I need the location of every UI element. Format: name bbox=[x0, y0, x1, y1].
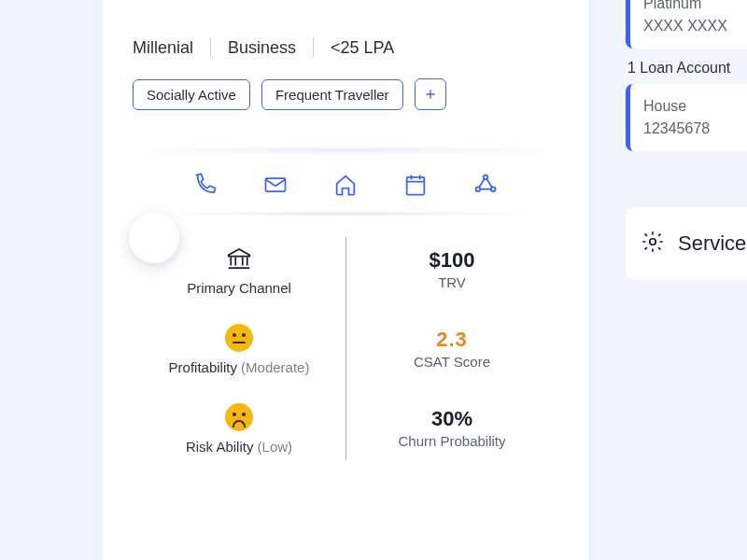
income-label: <25 LPA bbox=[331, 38, 394, 58]
trv-value: $100 bbox=[430, 248, 475, 273]
tags-row: Socially Active Frequent Traveller bbox=[133, 78, 558, 110]
primary-channel-label: Primary Channel bbox=[187, 280, 291, 296]
risk-label: Risk Ability (Low) bbox=[186, 439, 292, 455]
home-icon[interactable] bbox=[332, 172, 359, 198]
divider-shadow bbox=[133, 146, 558, 155]
neutral-face-icon bbox=[225, 322, 253, 354]
bank-icon bbox=[225, 243, 253, 274]
account-number: 12345678 bbox=[643, 118, 747, 140]
tag-socially-active[interactable]: Socially Active bbox=[133, 79, 250, 110]
churn-label: Churn Probability bbox=[398, 433, 505, 449]
customer-profile-card: Millenial Business <25 LPA Socially Acti… bbox=[103, 0, 588, 560]
gear-icon bbox=[641, 230, 665, 258]
services-panel[interactable]: Services bbox=[626, 207, 747, 280]
csat-value: 2.3 bbox=[436, 328, 468, 352]
account-type: House bbox=[643, 95, 747, 118]
loan-section-label: 1 Loan Account bbox=[627, 60, 747, 77]
svg-point-5 bbox=[650, 239, 656, 245]
trv-label: TRV bbox=[438, 274, 466, 290]
occupation-label: Business bbox=[228, 38, 296, 58]
sad-face-icon bbox=[225, 401, 253, 433]
svg-rect-0 bbox=[265, 178, 285, 191]
profitability-cell: Profitability (Moderate) bbox=[133, 309, 345, 388]
divider bbox=[313, 37, 314, 58]
phone-icon[interactable] bbox=[192, 172, 218, 198]
right-column: Platinum XXXX XXXX 1 Loan Account House … bbox=[626, 0, 747, 280]
profitability-label: Profitability (Moderate) bbox=[169, 359, 310, 375]
csat-cell: 2.3 CSAT Score bbox=[345, 309, 558, 388]
metrics-grid: Primary Channel $100 TRV Profitability (… bbox=[133, 230, 558, 468]
churn-cell: 30% Churn Probability bbox=[345, 388, 558, 468]
share-icon[interactable] bbox=[472, 172, 499, 198]
svg-rect-1 bbox=[407, 177, 425, 195]
contact-channel-icons bbox=[133, 172, 558, 198]
demographics-row: Millenial Business <25 LPA bbox=[133, 37, 558, 58]
csat-label: CSAT Score bbox=[414, 354, 490, 370]
tag-frequent-traveller[interactable]: Frequent Traveller bbox=[261, 79, 403, 110]
services-title: Services bbox=[678, 231, 747, 256]
add-tag-button[interactable] bbox=[415, 78, 446, 110]
trv-cell: $100 TRV bbox=[345, 230, 558, 309]
platinum-account-card[interactable]: Platinum XXXX XXXX bbox=[626, 0, 747, 49]
house-loan-card[interactable]: House 12345678 bbox=[626, 84, 747, 151]
calendar-icon[interactable] bbox=[402, 172, 429, 198]
mail-icon[interactable] bbox=[262, 172, 289, 198]
churn-value: 30% bbox=[431, 407, 472, 431]
risk-cell: Risk Ability (Low) bbox=[133, 388, 345, 468]
divider bbox=[210, 37, 211, 58]
divider-shadow bbox=[151, 211, 540, 217]
account-type: Platinum bbox=[643, 0, 747, 15]
primary-channel-cell: Primary Channel bbox=[133, 230, 345, 309]
segment-label: Millenial bbox=[133, 38, 193, 58]
account-number-masked: XXXX XXXX bbox=[643, 15, 747, 37]
